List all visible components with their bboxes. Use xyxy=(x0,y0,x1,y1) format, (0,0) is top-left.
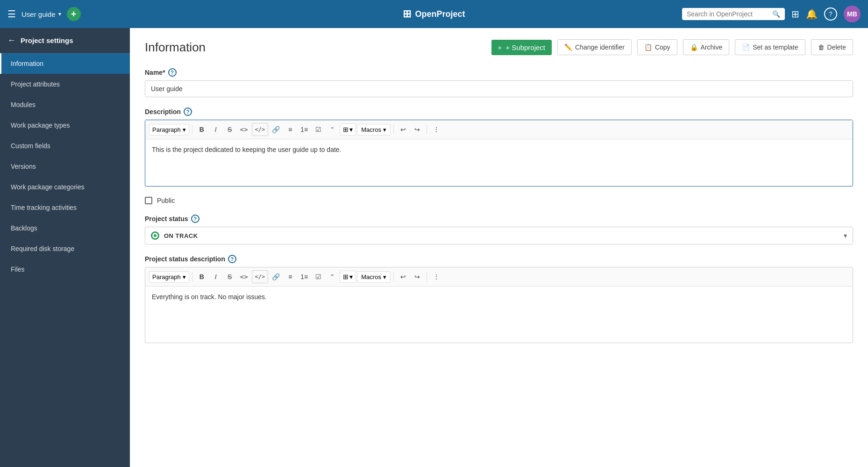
name-field-group: Name* ? xyxy=(145,68,853,97)
public-checkbox[interactable] xyxy=(145,197,152,204)
plus-icon: + xyxy=(498,43,502,51)
trash-icon: 🗑 xyxy=(818,43,825,51)
status-description-editor: Paragraph ▾ B I S <> </> 🔗 ≡ 1≡ ☑ " ⊞ xyxy=(145,267,853,343)
sidebar-back-header[interactable]: ← Project settings xyxy=(0,28,130,53)
public-label[interactable]: Public xyxy=(157,197,175,204)
subproject-button[interactable]: + + Subproject xyxy=(491,40,552,55)
app-logo: ⊞ OpenProject xyxy=(403,8,465,20)
project-status-description-label: Project status description ? xyxy=(145,255,853,263)
status-dot xyxy=(151,231,159,240)
grid-icon[interactable]: ⊞ xyxy=(791,8,799,20)
toolbar-sep-6 xyxy=(427,272,427,281)
set-as-template-button[interactable]: 📄 Set as template xyxy=(735,39,805,55)
strikethrough-button-2[interactable]: S xyxy=(223,270,236,283)
paragraph-select[interactable]: Paragraph ▾ xyxy=(149,124,189,136)
project-status-description-group: Project status description ? Paragraph ▾… xyxy=(145,255,853,343)
archive-button[interactable]: 🔒 Archive xyxy=(683,39,730,55)
archive-icon: 🔒 xyxy=(690,43,698,51)
status-description-body[interactable]: Everything is on track. No major issues. xyxy=(145,287,853,343)
bold-button-2[interactable]: B xyxy=(195,270,208,283)
chevron-down-icon: ▾ xyxy=(58,11,61,17)
sidebar-item-backlogs[interactable]: Backlogs xyxy=(0,218,130,238)
more-options-button-2[interactable]: ⋮ xyxy=(430,270,443,283)
notification-bell-icon[interactable]: 🔔 xyxy=(806,8,818,20)
code-button-2[interactable]: <> xyxy=(237,270,251,283)
main-content: Information + + Subproject ✏️ Change ide… xyxy=(130,28,868,467)
delete-button[interactable]: 🗑 Delete xyxy=(811,39,853,55)
link-button-2[interactable]: 🔗 xyxy=(269,270,283,283)
toolbar-separator xyxy=(192,125,192,134)
blockquote-button[interactable]: " xyxy=(326,123,339,136)
description-help-icon[interactable]: ? xyxy=(184,108,192,116)
logo-icon: ⊞ xyxy=(403,8,411,20)
bullet-list-button[interactable]: ≡ xyxy=(284,123,297,136)
sidebar-item-information[interactable]: Information xyxy=(0,53,130,74)
checklist-button[interactable]: ☑ xyxy=(312,123,325,136)
more-options-button[interactable]: ⋮ xyxy=(430,123,443,136)
pencil-icon: ✏️ xyxy=(564,43,572,51)
sidebar-item-project-attributes[interactable]: Project attributes xyxy=(0,74,130,94)
sidebar-item-required-disk-storage[interactable]: Required disk storage xyxy=(0,238,130,259)
page-title: Information xyxy=(145,40,206,55)
link-button[interactable]: 🔗 xyxy=(269,123,283,136)
paragraph-select-2[interactable]: Paragraph ▾ xyxy=(149,271,189,283)
macros-select[interactable]: Macros ▾ xyxy=(357,124,391,136)
undo-button-2[interactable]: ↩ xyxy=(397,270,410,283)
main-layout: ← Project settings Information Project a… xyxy=(0,28,868,467)
project-selector[interactable]: User guide ▾ xyxy=(21,10,61,18)
macros-select-2[interactable]: Macros ▾ xyxy=(357,271,391,283)
sidebar-item-custom-fields[interactable]: Custom fields xyxy=(0,136,130,156)
blockquote-button-2[interactable]: " xyxy=(326,270,339,283)
strikethrough-button[interactable]: S xyxy=(223,123,236,136)
table-button[interactable]: ⊞ ▾ xyxy=(340,123,356,136)
add-project-button[interactable]: + xyxy=(67,7,81,21)
project-name: User guide xyxy=(21,10,56,18)
project-status-select[interactable]: ON TRACK ▾ xyxy=(145,227,853,244)
table-icon: ⊞ xyxy=(343,126,349,133)
sidebar-item-work-package-types[interactable]: Work package types xyxy=(0,115,130,136)
project-status-description-help-icon[interactable]: ? xyxy=(228,255,236,263)
project-status-label: Project status ? xyxy=(145,215,853,223)
italic-button[interactable]: I xyxy=(209,123,222,136)
bullet-list-button-2[interactable]: ≡ xyxy=(284,270,297,283)
sidebar-item-modules[interactable]: Modules xyxy=(0,94,130,115)
sidebar-item-versions[interactable]: Versions xyxy=(0,156,130,177)
avatar[interactable]: MB xyxy=(844,6,861,22)
code-block-button[interactable]: </> xyxy=(252,123,269,136)
logo-text: OpenProject xyxy=(415,9,465,19)
change-identifier-button[interactable]: ✏️ Change identifier xyxy=(557,39,632,55)
search-input[interactable] xyxy=(687,10,768,18)
sidebar-item-files[interactable]: Files xyxy=(0,259,130,280)
toolbar-sep-4 xyxy=(192,272,192,281)
page-header: Information + + Subproject ✏️ Change ide… xyxy=(145,39,853,55)
sidebar-title: Project settings xyxy=(21,36,73,44)
top-navigation: ☰ User guide ▾ + ⊞ OpenProject 🔍 ⊞ 🔔 ? M… xyxy=(0,0,868,28)
copy-button[interactable]: 📋 Copy xyxy=(637,39,677,55)
help-icon[interactable]: ? xyxy=(824,7,837,21)
description-toolbar: Paragraph ▾ B I S <> </> 🔗 ≡ 1≡ ☑ " ⊞ xyxy=(145,120,853,139)
hamburger-menu[interactable]: ☰ xyxy=(7,8,16,20)
checklist-button-2[interactable]: ☑ xyxy=(312,270,325,283)
sidebar-item-work-package-categories[interactable]: Work package categories xyxy=(0,177,130,197)
description-body[interactable]: This is the project dedicated to keeping… xyxy=(145,139,853,186)
sidebar-item-time-tracking-activities[interactable]: Time tracking activities xyxy=(0,197,130,218)
project-status-help-icon[interactable]: ? xyxy=(191,215,199,223)
search-icon: 🔍 xyxy=(772,10,780,18)
name-help-icon[interactable]: ? xyxy=(168,68,177,77)
search-box[interactable]: 🔍 xyxy=(682,8,785,20)
status-dot-inner xyxy=(154,234,157,237)
chevron-down-icon: ▾ xyxy=(183,273,186,280)
table-button-2[interactable]: ⊞ ▾ xyxy=(340,271,356,283)
bold-button[interactable]: B xyxy=(195,123,208,136)
description-label: Description ? xyxy=(145,108,853,116)
redo-button-2[interactable]: ↪ xyxy=(411,270,424,283)
code-button[interactable]: <> xyxy=(237,123,251,136)
code-block-button-2[interactable]: </> xyxy=(252,270,269,283)
ordered-list-button-2[interactable]: 1≡ xyxy=(298,270,311,283)
ordered-list-button[interactable]: 1≡ xyxy=(298,123,311,136)
name-input[interactable] xyxy=(145,80,853,97)
italic-button-2[interactable]: I xyxy=(209,270,222,283)
chevron-down-icon: ▾ xyxy=(183,126,186,133)
undo-button[interactable]: ↩ xyxy=(397,123,410,136)
redo-button[interactable]: ↪ xyxy=(411,123,424,136)
